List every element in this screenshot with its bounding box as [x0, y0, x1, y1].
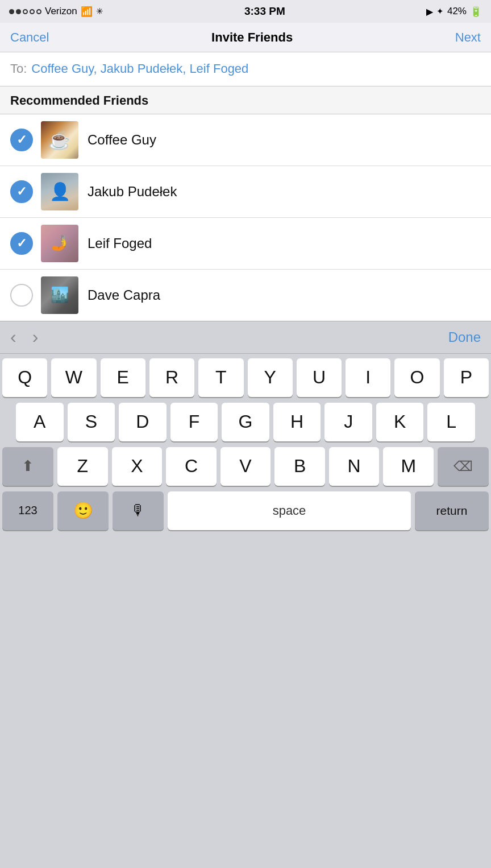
location-icon: ▶ [426, 6, 433, 17]
key-i[interactable]: I [346, 358, 390, 397]
battery-icon: 🔋 [470, 6, 482, 18]
check-circle-jakub[interactable] [10, 180, 33, 203]
status-left: Verizon 📶 ✳ [9, 6, 103, 18]
key-y[interactable]: Y [248, 358, 293, 397]
key-a[interactable]: A [16, 403, 64, 441]
key-l[interactable]: L [427, 403, 475, 441]
key-x[interactable]: X [112, 447, 163, 486]
key-q[interactable]: Q [2, 358, 47, 397]
cancel-button[interactable]: Cancel [10, 30, 49, 45]
to-label: To: [10, 60, 27, 78]
prev-arrow-button[interactable]: ‹ [10, 326, 16, 348]
key-b[interactable]: B [274, 447, 325, 486]
avatar-jakub [41, 173, 78, 210]
signal-dot-4 [30, 9, 35, 14]
to-field[interactable]: To: Coffee Guy, Jakub Pudełek, Leif Foge… [0, 52, 491, 86]
keyboard-row-4: 123 🙂 🎙 space return [0, 491, 491, 530]
friend-name-dave: Dave Capra [88, 287, 160, 303]
key-d[interactable]: D [119, 403, 167, 441]
list-item[interactable]: Dave Capra [0, 270, 491, 321]
list-item[interactable]: Jakub Pudełek [0, 166, 491, 218]
toolbar-arrows: ‹ › [10, 326, 38, 348]
battery-label: 42% [447, 6, 467, 17]
key-r[interactable]: R [149, 358, 194, 397]
key-h[interactable]: H [273, 403, 321, 441]
section-title: Recommended Friends [10, 93, 148, 108]
recommended-header: Recommended Friends [0, 86, 491, 114]
friend-name-jakub: Jakub Pudełek [88, 184, 177, 200]
key-u[interactable]: U [297, 358, 342, 397]
to-recipients: Coffee Guy, Jakub Pudełek, Leif Foged [31, 60, 481, 78]
mic-icon: 🎙 [131, 502, 145, 519]
next-arrow-button[interactable]: › [32, 326, 39, 348]
status-bar: Verizon 📶 ✳ 3:33 PM ▶ ✦ 42% 🔋 [0, 0, 491, 23]
shift-icon: ⬆ [22, 457, 34, 475]
carrier-label: Verizon [45, 6, 77, 17]
check-circle-dave[interactable] [10, 284, 33, 307]
key-z[interactable]: Z [57, 447, 108, 486]
key-p[interactable]: P [444, 358, 489, 397]
status-right: ▶ ✦ 42% 🔋 [426, 6, 482, 18]
key-g[interactable]: G [222, 403, 269, 441]
status-time: 3:33 PM [244, 5, 285, 18]
return-key[interactable]: return [415, 491, 489, 530]
keyboard-row-1: Q W E R T Y U I O P [0, 358, 491, 397]
friend-list: Coffee Guy Jakub Pudełek Leif Foged Dave… [0, 114, 491, 321]
avatar-leif [41, 225, 78, 262]
list-item[interactable]: Leif Foged [0, 218, 491, 270]
avatar-coffee [41, 121, 78, 159]
key-e[interactable]: E [101, 358, 145, 397]
friend-name-coffee: Coffee Guy [88, 132, 156, 148]
keyboard: Q W E R T Y U I O P A S D F G H J K L ⬆ … [0, 354, 491, 530]
avatar-dave [41, 276, 78, 314]
space-key[interactable]: space [168, 491, 411, 530]
key-n[interactable]: N [329, 447, 380, 486]
key-c[interactable]: C [166, 447, 217, 486]
key-o[interactable]: O [394, 358, 439, 397]
numbers-key[interactable]: 123 [2, 491, 53, 530]
page-title: Invite Friends [211, 30, 293, 45]
check-circle-coffee[interactable] [10, 129, 33, 151]
key-j[interactable]: J [324, 403, 372, 441]
next-button[interactable]: Next [455, 30, 481, 45]
keyboard-toolbar: ‹ › Done [0, 321, 491, 354]
signal-icon [9, 9, 41, 14]
key-f[interactable]: F [170, 403, 218, 441]
delete-icon: ⌫ [453, 458, 473, 474]
done-button[interactable]: Done [448, 329, 481, 345]
bluetooth-icon: ✦ [436, 6, 444, 16]
signal-dot-1 [9, 9, 14, 14]
emoji-key[interactable]: 🙂 [57, 491, 109, 530]
delete-key[interactable]: ⌫ [438, 447, 489, 486]
emoji-icon: 🙂 [73, 501, 93, 520]
keyboard-row-3: ⬆ Z X C V B N M ⌫ [0, 447, 491, 486]
signal-dot-5 [36, 9, 41, 14]
list-item[interactable]: Coffee Guy [0, 114, 491, 166]
key-w[interactable]: W [51, 358, 96, 397]
key-v[interactable]: V [220, 447, 271, 486]
friend-name-leif: Leif Foged [88, 235, 152, 251]
signal-dot-3 [23, 9, 28, 14]
mic-key[interactable]: 🎙 [113, 491, 164, 530]
signal-dot-2 [16, 9, 21, 14]
keyboard-row-2: A S D F G H J K L [0, 403, 491, 441]
key-t[interactable]: T [198, 358, 243, 397]
nav-bar: Cancel Invite Friends Next [0, 23, 491, 52]
misc-icon: ✳ [96, 6, 103, 16]
key-s[interactable]: S [68, 403, 115, 441]
key-k[interactable]: K [376, 403, 424, 441]
key-m[interactable]: M [383, 447, 434, 486]
wifi-icon: 📶 [81, 6, 93, 18]
shift-key[interactable]: ⬆ [2, 447, 53, 486]
check-circle-leif[interactable] [10, 232, 33, 255]
